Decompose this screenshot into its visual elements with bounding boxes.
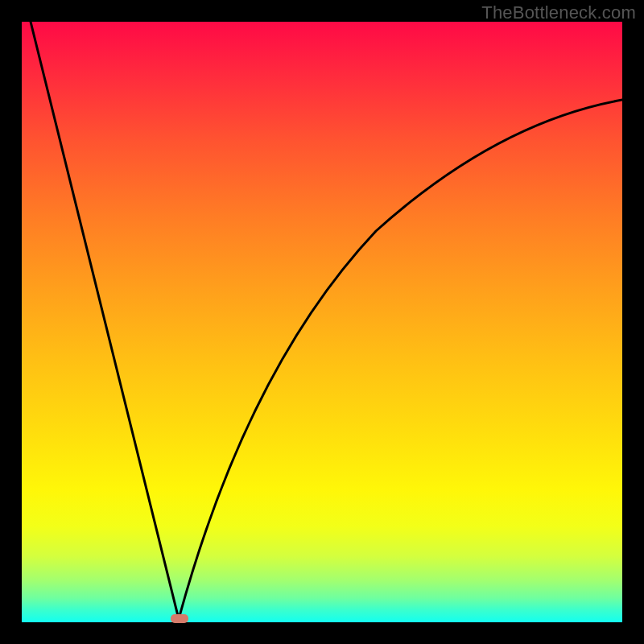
optimal-marker — [171, 614, 188, 623]
curve-path — [31, 22, 622, 619]
chart-frame: TheBottleneck.com — [0, 0, 644, 644]
bottleneck-curve — [22, 22, 622, 622]
plot-area — [22, 22, 622, 622]
watermark-text: TheBottleneck.com — [481, 2, 636, 23]
